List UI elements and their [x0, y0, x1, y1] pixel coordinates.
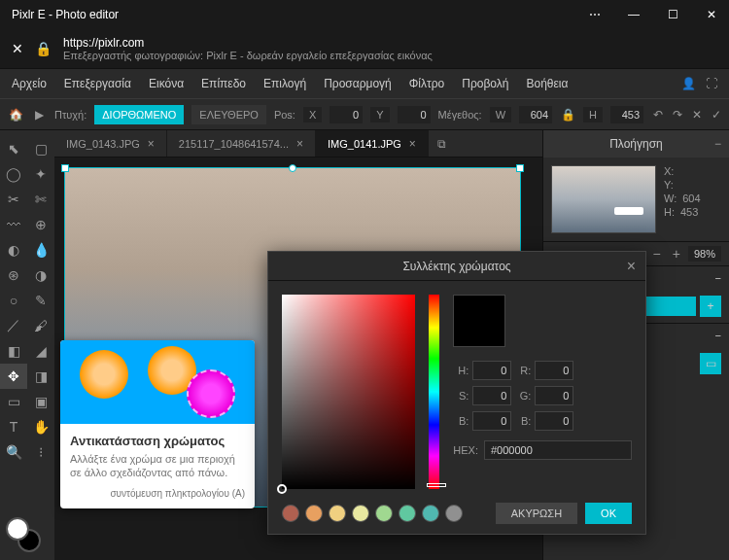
pointer-tool-icon[interactable]: ⬉ — [0, 136, 27, 161]
navigator-thumbnail[interactable] — [551, 165, 656, 233]
zoom-out-icon[interactable]: − — [649, 246, 665, 262]
cancel-button[interactable]: ΑΚΥΡΩΣΗ — [496, 503, 577, 524]
cancel-icon[interactable]: ✕ — [692, 108, 702, 122]
sponge-tool-icon[interactable]: ◑ — [27, 262, 54, 288]
hand-tool-icon[interactable]: ✋ — [27, 414, 54, 439]
r-input[interactable] — [535, 361, 573, 380]
history-action-button[interactable]: ▭ — [700, 353, 721, 374]
gradient-tool-icon[interactable]: ◨ — [27, 364, 54, 389]
saturation-brightness-field[interactable] — [282, 295, 415, 489]
wand-tool-icon[interactable]: ✦ — [27, 161, 54, 187]
color-replace-tool-icon[interactable]: ✥ — [0, 364, 27, 389]
tab-close-icon[interactable]: ✕ — [12, 41, 23, 56]
account-icon[interactable]: 👤 — [681, 77, 696, 90]
text-tool-icon[interactable]: T — [0, 414, 27, 439]
tab-close-icon[interactable]: × — [296, 137, 303, 151]
move-tool-icon[interactable]: ▶ — [31, 107, 47, 122]
eraser-tool-icon[interactable]: ◧ — [0, 338, 27, 364]
tab-close-icon[interactable]: × — [409, 137, 416, 151]
h-input[interactable] — [472, 361, 511, 380]
fill-tool-icon[interactable]: ◢ — [27, 338, 54, 364]
dodge-tool-icon[interactable]: ○ — [0, 288, 27, 313]
pen-tool-icon[interactable]: ✎ — [27, 288, 54, 313]
menu-image[interactable]: Εικόνα — [149, 77, 184, 90]
minimize-icon[interactable]: — — [624, 5, 643, 24]
tab-close-icon[interactable]: × — [148, 137, 155, 151]
b2-label: B: — [515, 415, 531, 427]
home-icon[interactable]: 🏠 — [8, 107, 23, 122]
clone-tool-icon[interactable]: ⊕ — [27, 212, 54, 237]
hex-input[interactable] — [484, 440, 632, 460]
picker-tool-icon[interactable]: ⁝ — [27, 439, 54, 465]
crop-tool-icon[interactable]: ✂ — [0, 187, 27, 212]
color-cursor[interactable] — [277, 484, 287, 494]
lock-aspect-icon[interactable]: 🔒 — [560, 107, 575, 122]
b-input[interactable] — [472, 411, 511, 431]
preset-swatch[interactable] — [352, 505, 369, 522]
brush-tool-icon[interactable]: 🖌 — [27, 313, 54, 338]
liquify-tool-icon[interactable]: 〰 — [0, 212, 27, 237]
maximize-icon[interactable]: ☐ — [663, 5, 682, 24]
preset-swatch[interactable] — [375, 505, 393, 522]
y-input[interactable] — [398, 106, 431, 123]
close-icon[interactable]: × — [627, 258, 636, 275]
preset-swatch[interactable] — [399, 505, 416, 522]
menu-adjust[interactable]: Προσαρμογή — [324, 77, 392, 90]
transform-handle[interactable] — [289, 164, 296, 172]
b2-input[interactable] — [535, 411, 573, 431]
lasso-tool-icon[interactable]: ◯ — [0, 161, 27, 187]
tab-2[interactable]: IMG_0141.JPG× — [316, 130, 429, 157]
disperse-tool-icon[interactable]: ⊛ — [0, 262, 27, 288]
frame-tool-icon[interactable]: ▣ — [27, 389, 54, 414]
transform-handle[interactable] — [61, 164, 69, 172]
transform-handle[interactable] — [516, 164, 524, 172]
close-window-icon[interactable]: ✕ — [702, 5, 721, 24]
fullscreen-icon[interactable]: ⛶ — [706, 77, 717, 90]
tab-1[interactable]: 215117_1048641574...× — [167, 130, 316, 157]
aspect-free-button[interactable]: ΕΛΕΥΘΕΡΟ — [191, 105, 266, 124]
tab-overflow-icon[interactable]: ⧉ — [429, 130, 456, 157]
menu-edit[interactable]: Επεξεργασία — [64, 77, 131, 90]
marquee-tool-icon[interactable]: ▢ — [27, 136, 54, 161]
menu-layer[interactable]: Επίπεδο — [201, 77, 246, 90]
apply-icon[interactable]: ✓ — [712, 108, 721, 122]
heal-tool-icon[interactable]: ◐ — [0, 237, 27, 262]
tab-0[interactable]: IMG_0143.JPG× — [54, 130, 167, 157]
menu-view[interactable]: Προβολή — [462, 77, 508, 90]
preset-swatch[interactable] — [329, 505, 346, 522]
preset-swatch[interactable] — [445, 505, 463, 522]
add-layer-button[interactable]: + — [700, 296, 721, 317]
hue-marker[interactable] — [427, 483, 446, 487]
menu-help[interactable]: Βοήθεια — [526, 77, 568, 90]
preset-swatch[interactable] — [305, 505, 323, 522]
blur-tool-icon[interactable]: 💧 — [27, 237, 54, 262]
x-input[interactable] — [330, 106, 363, 123]
hue-slider[interactable] — [429, 295, 439, 489]
draw-tool-icon[interactable]: ／ — [0, 313, 27, 338]
ok-button[interactable]: OK — [585, 503, 632, 524]
s-input[interactable] — [472, 386, 511, 405]
zoom-in-icon[interactable]: + — [669, 246, 684, 262]
collapse-icon[interactable]: − — [715, 330, 721, 341]
g-input[interactable] — [535, 386, 573, 405]
collapse-icon[interactable]: − — [714, 137, 721, 151]
collapse-icon[interactable]: − — [715, 272, 721, 284]
cut-tool-icon[interactable]: ✄ — [27, 187, 54, 212]
tab-label: 215117_1048641574... — [179, 138, 289, 150]
foreground-color-swatch[interactable] — [6, 517, 29, 541]
aspect-fixed-button[interactable]: ΔΙΟΡΘΩΜΕΝΟ — [94, 105, 184, 124]
menu-file[interactable]: Αρχείο — [12, 77, 47, 90]
zoom-tool-icon[interactable]: 🔍 — [0, 439, 27, 465]
undo-icon[interactable]: ↶ — [653, 108, 663, 122]
preset-swatch[interactable] — [282, 505, 299, 522]
preset-swatch[interactable] — [422, 505, 439, 522]
menu-select[interactable]: Επιλογή — [263, 77, 306, 90]
menu-filter[interactable]: Φίλτρο — [409, 77, 444, 90]
more-icon[interactable]: ⋯ — [585, 5, 605, 24]
color-picker-header[interactable]: Συλλέκτης χρώματος × — [268, 252, 645, 281]
redo-icon[interactable]: ↷ — [673, 108, 682, 122]
color-swatches[interactable] — [0, 515, 54, 554]
h-input[interactable] — [610, 106, 643, 123]
w-input[interactable] — [519, 106, 552, 123]
shape-tool-icon[interactable]: ▭ — [0, 389, 27, 414]
